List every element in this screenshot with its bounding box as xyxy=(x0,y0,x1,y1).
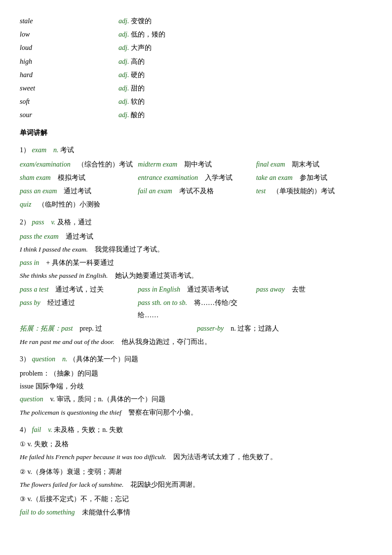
example-sentence: The flowers failed for lack of sunshine.… xyxy=(20,479,372,491)
phrase-cell: pass an exam 通过考试 xyxy=(20,185,136,197)
vocab-def: adj. 高的 xyxy=(118,55,372,68)
phrase-note: question v. 审讯，质问；n.（具体的一个）问题 xyxy=(20,393,372,405)
vocab-word: sweet xyxy=(20,82,118,94)
phrase-cell: sham exam 模拟考试 xyxy=(20,171,136,184)
vocab-word: low xyxy=(20,28,118,41)
entry: 1） exam n. 考试exam/examination （综合性的）考试mi… xyxy=(20,144,372,211)
entry: 4） fail v. 未及格，失败；n. 失败① v. 失败；及格He fail… xyxy=(20,424,372,519)
entry: 2） pass v. 及格，通过pass the exam 通过考试I thin… xyxy=(20,216,372,348)
sub-heading: ② v.（身体等）衰退；变弱；凋谢 xyxy=(20,466,372,478)
entries-container: 1） exam n. 考试exam/examination （综合性的）考试mi… xyxy=(20,144,372,519)
entry-title: 1） exam n. 考试 xyxy=(20,144,372,156)
vocab-row: soft adj. 软的 xyxy=(20,95,372,108)
vocab-word: hard xyxy=(20,69,118,81)
phrase-row: pass in + 具体的某一科要通过 xyxy=(20,256,372,269)
phrase-cell: pass away 去世 xyxy=(256,283,372,296)
phrase-cell: pass sth. on to sb. 将……传给/交给…… xyxy=(138,297,254,321)
vocab-word: sour xyxy=(20,109,118,121)
phrase-cell xyxy=(256,297,372,321)
phrase-cell: entrance examination 入学考试 xyxy=(138,171,254,184)
phrase-note2: fail to do something 未能做什么事情 xyxy=(20,506,372,518)
phrase-grid: pass a test 通过考试，过关pass in English 通过英语考… xyxy=(20,283,372,322)
phrase-cell: test （单项技能的）考试 xyxy=(256,185,372,197)
vocab-row: high adj. 高的 xyxy=(20,55,372,68)
phrase-cell: exam/examination （综合性的）考试 xyxy=(20,158,136,171)
phrase-plain: problem：（抽象）的问题 xyxy=(20,367,372,380)
vocab-list: stale adj. 变馊的 low adj. 低的，矮的 loud adj. … xyxy=(20,15,372,122)
sub-heading: ③ v.（后接不定式）不，不能；忘记 xyxy=(20,493,372,505)
vocab-row: sweet adj. 甜的 xyxy=(20,82,372,94)
vocab-def: adj. 硬的 xyxy=(118,69,372,81)
section-title: 单词讲解 xyxy=(20,127,372,139)
entry-title: 2） pass v. 及格，通过 xyxy=(20,216,372,228)
vocab-row: stale adj. 变馊的 xyxy=(20,15,372,27)
vocab-def: adj. 软的 xyxy=(118,95,372,108)
vocab-row: low adj. 低的，矮的 xyxy=(20,28,372,41)
vocab-row: sour adj. 酸的 xyxy=(20,109,372,121)
vocab-def: adj. 大声的 xyxy=(118,42,372,54)
example-sentence: I think I passed the exam. 我觉得我通过了考试。 xyxy=(20,244,372,256)
extra-phrase: quiz （临时性的）小测验 xyxy=(20,198,372,211)
phrase-grid: exam/examination （综合性的）考试midterm exam 期中… xyxy=(20,158,372,198)
phrase-cell: midterm exam 期中考试 xyxy=(138,158,254,171)
phrase-cell: pass a test 通过考试，过关 xyxy=(20,283,136,296)
vocab-def: adj. 低的，矮的 xyxy=(118,28,372,41)
example-sentence: The policeman is questioning the thief 警… xyxy=(20,407,372,419)
vocab-def: adj. 甜的 xyxy=(118,82,372,94)
extra-phrase2: passer-by n. 过客；过路人 xyxy=(197,322,372,335)
vocab-def: adj. 酸的 xyxy=(118,109,372,121)
example-sentence: He ran past me and out of the door. 他从我身… xyxy=(20,336,372,348)
phrase-cell: pass by 经过通过 xyxy=(20,297,136,321)
entry: 3） question n. （具体的某一个）问题problem：（抽象）的问题… xyxy=(20,353,372,419)
entry-title: 4） fail v. 未及格，失败；n. 失败 xyxy=(20,424,372,436)
vocab-word: soft xyxy=(20,95,118,108)
vocab-word: high xyxy=(20,55,118,68)
phrase-cell: pass in English 通过英语考试 xyxy=(138,283,254,296)
phrase-cell: fail an exam 考试不及格 xyxy=(138,185,254,197)
extra-phrase1: 拓展：拓展：past prep. 过 xyxy=(20,322,195,335)
vocab-def: adj. 变馊的 xyxy=(118,15,372,27)
example-sentence: She thinks she passed in English. 她认为她要通… xyxy=(20,270,372,282)
entry-title: 3） question n. （具体的某一个）问题 xyxy=(20,353,372,365)
vocab-word: stale xyxy=(20,15,118,27)
phrase-cell: final exam 期末考试 xyxy=(256,158,372,171)
phrase-row: pass the exam 通过考试 xyxy=(20,230,372,243)
vocab-row: loud adj. 大声的 xyxy=(20,42,372,54)
phrase-cell: take an exam 参加考试 xyxy=(256,171,372,184)
example-sentence: He failed his French paper because it wa… xyxy=(20,451,372,463)
phrase-plain: issue 国际争端，分歧 xyxy=(20,380,372,392)
sub-heading: ① v. 失败；及格 xyxy=(20,438,372,450)
vocab-word: loud xyxy=(20,42,118,54)
vocab-row: hard adj. 硬的 xyxy=(20,69,372,81)
